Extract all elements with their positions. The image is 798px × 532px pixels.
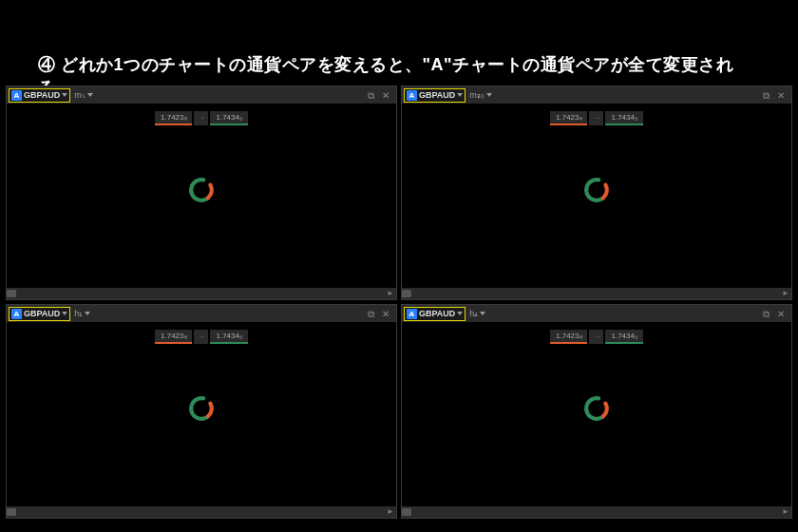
horizontal-scrollbar[interactable]: ► bbox=[7, 506, 396, 518]
chart-panel-0: A GBPAUD m₅ ⧉ ✕ 1.7423₆ → 1.7434₅ bbox=[6, 86, 397, 300]
currency-pair-selector[interactable]: A GBPAUD bbox=[9, 307, 70, 321]
pair-label: GBPAUD bbox=[419, 309, 455, 318]
pair-label: GBPAUD bbox=[24, 309, 60, 318]
chart-body: 1.7423₆ → 1.7434₅ bbox=[402, 104, 791, 288]
pair-label: GBPAUD bbox=[24, 90, 60, 100]
chevron-down-icon bbox=[87, 93, 93, 97]
ask-price[interactable]: 1.7434₅ bbox=[211, 111, 248, 125]
scroll-right-icon[interactable]: ► bbox=[782, 508, 789, 516]
scrollbar-thumb[interactable] bbox=[402, 290, 411, 297]
close-icon[interactable]: ✕ bbox=[382, 91, 390, 100]
timeframe-selector[interactable]: h₁ bbox=[74, 309, 90, 318]
horizontal-scrollbar[interactable]: ► bbox=[402, 288, 791, 299]
close-icon[interactable]: ✕ bbox=[777, 310, 786, 318]
timeframe-selector[interactable]: m₃₀ bbox=[469, 90, 492, 100]
popout-icon[interactable]: ⧉ bbox=[763, 310, 771, 318]
arrow-icon: → bbox=[195, 111, 209, 125]
bid-price[interactable]: 1.7423₆ bbox=[155, 330, 192, 344]
scroll-right-icon[interactable]: ► bbox=[782, 290, 789, 297]
popout-icon[interactable]: ⧉ bbox=[368, 91, 376, 100]
pair-label: GBPAUD bbox=[419, 90, 455, 100]
chart-body: 1.7423₆ → 1.7434₅ bbox=[7, 322, 396, 506]
ask-price[interactable]: 1.7434₅ bbox=[211, 330, 248, 344]
chevron-down-icon bbox=[62, 312, 67, 315]
scrollbar-thumb[interactable] bbox=[402, 508, 411, 516]
timeframe-selector[interactable]: m₅ bbox=[74, 90, 93, 100]
timeframe-label: h₁ bbox=[74, 309, 83, 318]
chart-grid: A GBPAUD m₅ ⧉ ✕ 1.7423₆ → 1.7434₅ bbox=[6, 86, 792, 519]
bid-price[interactable]: 1.7423₆ bbox=[155, 111, 192, 125]
panel-header: A GBPAUD h₁ ⧉ ✕ bbox=[7, 305, 396, 322]
link-group-badge: A bbox=[407, 309, 417, 319]
ask-price[interactable]: 1.7434₅ bbox=[606, 330, 643, 344]
bid-price[interactable]: 1.7423₆ bbox=[550, 330, 587, 344]
currency-pair-selector[interactable]: A GBPAUD bbox=[9, 88, 70, 103]
panel-header: A GBPAUD m₃₀ ⧉ ✕ bbox=[402, 86, 791, 104]
link-group-badge: A bbox=[407, 90, 417, 101]
chart-body: 1.7423₆ → 1.7434₅ bbox=[402, 322, 791, 506]
price-ticker: 1.7423₆ → 1.7434₅ bbox=[155, 330, 248, 344]
timeframe-label: h₄ bbox=[469, 309, 478, 318]
panel-header: A GBPAUD m₅ ⧉ ✕ bbox=[7, 86, 396, 104]
currency-pair-selector[interactable]: A GBPAUD bbox=[404, 307, 466, 321]
popout-icon[interactable]: ⧉ bbox=[763, 91, 771, 100]
timeframe-label: m₃₀ bbox=[469, 90, 484, 100]
timeframe-selector[interactable]: h₄ bbox=[469, 309, 485, 318]
horizontal-scrollbar[interactable]: ► bbox=[7, 288, 396, 299]
chevron-down-icon bbox=[457, 312, 463, 315]
scrollbar-thumb[interactable] bbox=[7, 290, 16, 297]
arrow-icon: → bbox=[590, 330, 604, 344]
price-ticker: 1.7423₆ → 1.7434₅ bbox=[155, 111, 248, 125]
timeframe-label: m₅ bbox=[74, 90, 86, 100]
loading-spinner-icon bbox=[187, 176, 216, 208]
ask-price[interactable]: 1.7434₅ bbox=[606, 111, 643, 125]
panel-header: A GBPAUD h₄ ⧉ ✕ bbox=[402, 305, 791, 322]
chevron-down-icon bbox=[486, 93, 492, 97]
chevron-down-icon bbox=[457, 93, 463, 97]
loading-spinner-icon bbox=[582, 394, 611, 427]
chevron-down-icon bbox=[480, 312, 485, 315]
link-group-badge: A bbox=[11, 90, 22, 101]
chart-panel-1: A GBPAUD m₃₀ ⧉ ✕ 1.7423₆ → 1.7434₅ bbox=[401, 86, 792, 300]
close-icon[interactable]: ✕ bbox=[777, 91, 786, 100]
link-group-badge: A bbox=[11, 309, 22, 319]
chevron-down-icon bbox=[85, 312, 90, 315]
horizontal-scrollbar[interactable]: ► bbox=[402, 506, 791, 518]
scroll-right-icon[interactable]: ► bbox=[387, 290, 394, 297]
close-icon[interactable]: ✕ bbox=[382, 310, 390, 318]
chart-panel-2: A GBPAUD h₁ ⧉ ✕ 1.7423₆ → 1.7434₅ bbox=[6, 304, 397, 519]
scrollbar-thumb[interactable] bbox=[7, 508, 16, 516]
arrow-icon: → bbox=[590, 111, 604, 125]
price-ticker: 1.7423₆ → 1.7434₅ bbox=[550, 111, 643, 125]
chevron-down-icon bbox=[62, 93, 67, 97]
loading-spinner-icon bbox=[582, 176, 611, 208]
currency-pair-selector[interactable]: A GBPAUD bbox=[404, 88, 466, 103]
bid-price[interactable]: 1.7423₆ bbox=[550, 111, 587, 125]
chart-panel-3: A GBPAUD h₄ ⧉ ✕ 1.7423₆ → 1.7434₅ bbox=[401, 304, 792, 519]
price-ticker: 1.7423₆ → 1.7434₅ bbox=[550, 330, 643, 344]
chart-body: 1.7423₆ → 1.7434₅ bbox=[7, 104, 396, 288]
arrow-icon: → bbox=[195, 330, 209, 344]
scroll-right-icon[interactable]: ► bbox=[387, 508, 394, 516]
loading-spinner-icon bbox=[187, 394, 216, 427]
popout-icon[interactable]: ⧉ bbox=[368, 310, 376, 318]
